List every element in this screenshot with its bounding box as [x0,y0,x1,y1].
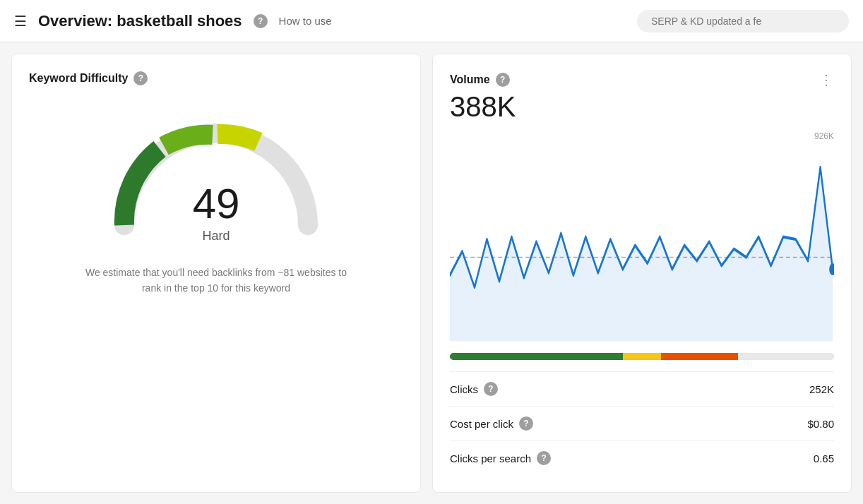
cpc-label-text: Cost per click [450,418,513,430]
kd-description: We estimate that you'll need backlinks f… [82,265,350,296]
cpc-help-icon[interactable]: ? [519,416,533,431]
volume-help-icon[interactable]: ? [496,73,510,87]
clicks-value: 252K [809,383,834,395]
line-chart-svg [450,131,834,347]
search-input[interactable] [637,10,849,32]
kd-label: Hard [202,229,230,244]
main-content: Keyword Difficulty ? 49 Hard We estimate… [0,42,863,504]
volume-more-button[interactable]: ⋮ [819,71,834,88]
clicks-help-icon[interactable]: ? [484,382,498,396]
kd-card-header: Keyword Difficulty ? [29,71,403,85]
cps-label: Clicks per search ? [450,451,551,465]
clicks-label-text: Clicks [450,383,478,395]
cpc-value: $0.80 [807,418,834,430]
menu-icon[interactable]: ☰ [14,14,27,28]
volume-title: Volume [450,73,490,86]
volume-value: 388K [450,91,834,123]
volume-chart: 926K [450,131,834,347]
progress-green [450,353,623,360]
how-to-use-link[interactable]: How to use [279,15,332,27]
cps-label-text: Clicks per search [450,452,531,464]
volume-card-header: Volume ? [450,73,819,87]
progress-gray [738,353,834,360]
volume-progress-bar [450,353,834,360]
chart-max-label: 926K [814,131,834,141]
kd-help-icon[interactable]: ? [133,71,148,85]
cps-value: 0.65 [814,452,834,464]
cpc-label: Cost per click ? [450,416,533,431]
progress-yellow [623,353,661,360]
keyword-difficulty-card: Keyword Difficulty ? 49 Hard We estimate… [11,54,421,493]
clicks-row: Clicks ? 252K [450,371,834,406]
kd-score: 49 [193,183,240,225]
progress-orange [661,353,738,360]
header: ☰ Overview: basketball shoes ? How to us… [0,0,863,42]
title-help-icon[interactable]: ? [254,14,268,28]
clicks-label: Clicks ? [450,382,498,396]
gauge-chart: 49 Hard [103,105,329,246]
page-title: Overview: basketball shoes [38,12,242,30]
cps-row: Clicks per search ? 0.65 [450,440,834,475]
cps-help-icon[interactable]: ? [537,451,551,465]
cpc-row: Cost per click ? $0.80 [450,406,834,440]
kd-title: Keyword Difficulty [29,72,128,85]
volume-card: Volume ? ⋮ 388K 926K [432,54,852,493]
